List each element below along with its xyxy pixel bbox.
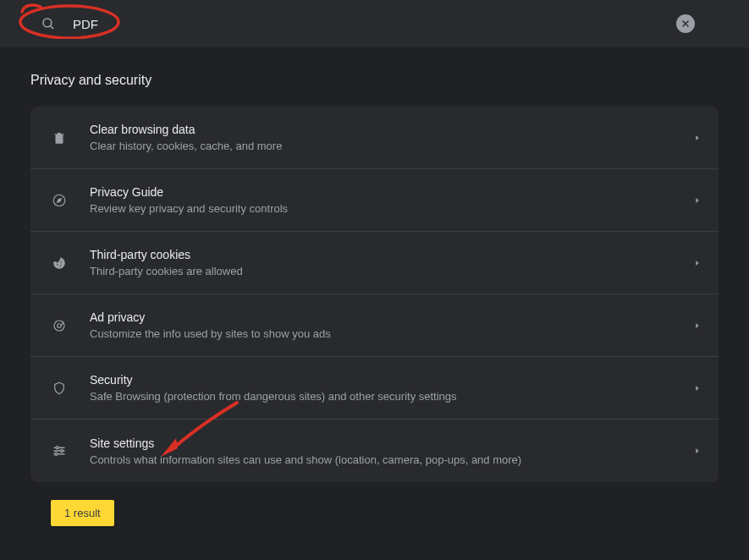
cookie-icon <box>51 255 68 272</box>
row-title: Privacy Guide <box>90 185 693 199</box>
row-title: Ad privacy <box>90 310 693 324</box>
svg-point-7 <box>60 265 62 266</box>
section-title: Privacy and security <box>30 73 719 88</box>
search-input[interactable] <box>73 17 676 31</box>
chevron-right-icon <box>693 259 702 267</box>
chevron-right-icon <box>693 134 702 142</box>
svg-point-0 <box>43 19 52 27</box>
trash-icon <box>51 129 68 146</box>
svg-point-16 <box>55 453 58 455</box>
sliders-icon <box>51 442 68 459</box>
svg-point-10 <box>58 323 62 327</box>
search-bar <box>0 0 749 47</box>
row-site-settings[interactable]: Site settings Controls what information … <box>30 420 719 482</box>
row-title: Third-party cookies <box>90 248 693 261</box>
svg-point-12 <box>56 447 58 449</box>
chevron-right-icon <box>693 196 702 205</box>
row-subtitle: Customize the info used by sites to show… <box>90 327 693 340</box>
row-privacy-guide[interactable]: Privacy Guide Review key privacy and sec… <box>30 169 719 232</box>
row-title: Site settings <box>90 436 693 450</box>
chevron-right-icon <box>693 447 702 455</box>
row-ad-privacy[interactable]: Ad privacy Customize the info used by si… <box>30 294 719 357</box>
row-security[interactable]: Security Safe Browsing (protection from … <box>30 357 719 420</box>
row-subtitle: Clear history, cookies, cache, and more <box>90 140 693 152</box>
svg-point-14 <box>61 450 63 453</box>
chevron-right-icon <box>693 321 702 330</box>
row-title: Security <box>90 373 693 387</box>
search-icon <box>41 16 56 31</box>
search-result-badge: 1 result <box>51 500 114 526</box>
row-title: Clear browsing data <box>90 123 693 136</box>
svg-point-6 <box>57 263 58 265</box>
chevron-right-icon <box>693 384 702 393</box>
row-subtitle: Review key privacy and security controls <box>90 202 693 215</box>
svg-point-8 <box>61 261 63 263</box>
row-third-party-cookies[interactable]: Third-party cookies Third-party cookies … <box>30 232 719 294</box>
shield-icon <box>51 380 68 397</box>
svg-marker-5 <box>58 198 62 202</box>
row-subtitle: Third-party cookies are allowed <box>90 265 693 277</box>
row-subtitle: Controls what information sites can use … <box>90 453 693 466</box>
clear-search-button[interactable] <box>676 14 695 33</box>
row-clear-browsing-data[interactable]: Clear browsing data Clear history, cooki… <box>30 107 719 169</box>
svg-line-1 <box>51 26 53 29</box>
compass-icon <box>51 192 68 209</box>
ad-privacy-icon <box>51 317 68 334</box>
settings-list: Clear browsing data Clear history, cooki… <box>30 107 719 482</box>
row-subtitle: Safe Browsing (protection from dangerous… <box>90 390 693 403</box>
